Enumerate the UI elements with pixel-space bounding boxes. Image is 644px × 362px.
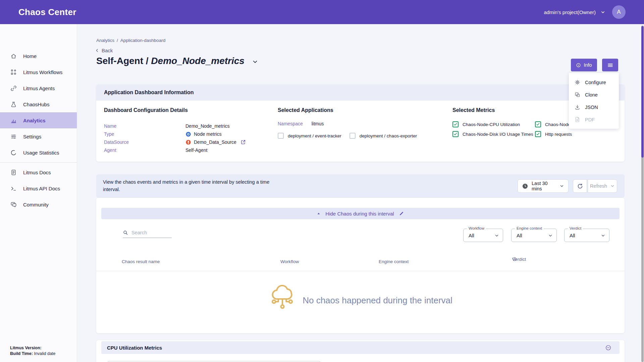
- verdict-filter[interactable]: Verdict All: [564, 229, 609, 242]
- time-interval-bar: View the chaos events and metrics in a g…: [96, 174, 625, 198]
- collapse-triangle-icon: [317, 212, 321, 216]
- dashboard-configuration-details: Dashboard Configuration Details Name Dem…: [104, 107, 273, 154]
- checkbox-unchecked: [350, 133, 356, 139]
- checkbox-checked: [452, 131, 459, 137]
- hide-chaos-toggle[interactable]: Hide Chaos during this interval: [101, 208, 620, 219]
- file-icon: [575, 117, 580, 122]
- selected-applications-title: Selected Applications: [278, 107, 439, 113]
- cpu-utilization-card: CPU Utilization Metrics: [96, 340, 625, 362]
- version-label: Litmus Version:: [10, 346, 42, 350]
- search-icon: [123, 230, 128, 235]
- dashboard-info-card: Application Dashboard Information Dashbo…: [96, 84, 625, 162]
- sidebar-item-litmus-agents[interactable]: Litmus Agents: [0, 80, 77, 96]
- clone-icon: [575, 92, 580, 98]
- search-box: [123, 230, 172, 238]
- sidebar-item-community[interactable]: Community: [0, 196, 77, 213]
- checkbox-unchecked: [278, 133, 284, 139]
- menu-item-clone[interactable]: Clone: [569, 88, 619, 101]
- app-title: Chaos Center: [18, 7, 76, 17]
- column-engine-context: Engine context: [379, 259, 409, 264]
- interval-description: View the chaos events and metrics in a g…: [103, 178, 286, 193]
- bar-chart-icon: [10, 117, 17, 124]
- info-button[interactable]: Info: [571, 59, 597, 71]
- sliders-icon: [10, 133, 17, 140]
- flask-icon: [10, 101, 17, 108]
- workflow-filter[interactable]: Workflow All: [463, 229, 503, 242]
- scrollbar-thumb[interactable]: [641, 26, 644, 158]
- pencil-icon[interactable]: [399, 211, 404, 216]
- clock-icon: [522, 183, 528, 189]
- breadcrumb-application-dashboard[interactable]: Application-dashboard: [120, 38, 165, 43]
- config-row-agent: Agent Self-Agent: [104, 146, 273, 154]
- collapse-minus-icon[interactable]: [605, 345, 611, 351]
- refresh-now-button[interactable]: [573, 179, 587, 193]
- sidebar-item-litmus-api-docs[interactable]: Litmus API Docs: [0, 180, 77, 196]
- breadcrumb-analytics[interactable]: Analytics: [96, 38, 114, 43]
- node-metrics-icon: [185, 131, 191, 137]
- hamburger-icon: [607, 62, 613, 68]
- build-time-label: Build Time:: [10, 351, 33, 356]
- checkbox-chaos-exporter[interactable]: deployment / chaos-exporter: [350, 133, 417, 139]
- back-button[interactable]: Back: [95, 48, 113, 53]
- sidebar-item-usage-statistics[interactable]: Usage Statistics: [0, 144, 77, 161]
- checkbox-checked: [535, 121, 541, 127]
- engine-context-filter[interactable]: Engine context All: [511, 229, 557, 242]
- prometheus-icon: [185, 139, 191, 145]
- chevron-down-icon: [559, 184, 564, 188]
- checkbox-disk-io-times[interactable]: Chaos-Node-Disk I/O Usage Times: [452, 131, 535, 137]
- sidebar-divider: [0, 162, 77, 163]
- cloud-circuit-icon: [268, 285, 297, 316]
- gear-icon: [575, 79, 580, 85]
- sidebar: Home Litmus Workflows Litmus Agents Chao…: [0, 24, 77, 362]
- checkbox-checked: [452, 121, 459, 127]
- chevron-left-icon: [95, 48, 100, 53]
- link-icon: [10, 85, 17, 92]
- external-link-icon[interactable]: [240, 139, 246, 145]
- sidebar-item-analytics[interactable]: Analytics: [0, 112, 77, 128]
- checkbox-cpu-utilization[interactable]: Chaos-Node-CPU Utilization: [452, 121, 535, 127]
- refresh-icon: [577, 183, 583, 189]
- sidebar-item-litmus-docs[interactable]: Litmus Docs: [0, 164, 77, 180]
- column-chaos-result-name: Chaos result name: [122, 259, 160, 264]
- sidebar-footer: Litmus Version: Build Time: Invalid date: [10, 345, 55, 357]
- info-circle-icon[interactable]: [512, 257, 517, 261]
- selected-applications: Selected Applications Namespace litmus d…: [278, 107, 439, 139]
- project-selector[interactable]: admin's project(Owner): [544, 9, 605, 15]
- avatar[interactable]: A: [612, 5, 626, 19]
- project-name: admin's project(Owner): [544, 9, 596, 15]
- chevron-down-icon: [548, 233, 553, 238]
- time-range-select[interactable]: Last 30 mins: [518, 179, 569, 193]
- chevron-down-icon: [601, 233, 605, 238]
- workflows-icon: [10, 69, 17, 75]
- topbar: Chaos Center admin's project(Owner) A: [0, 0, 644, 24]
- sidebar-item-litmus-workflows[interactable]: Litmus Workflows: [0, 64, 77, 80]
- terminal-icon: [10, 185, 17, 192]
- document-icon: [10, 169, 17, 176]
- config-details-title: Dashboard Configuration Details: [104, 107, 273, 113]
- title-agent: Self-Agent /: [96, 56, 149, 66]
- menu-item-pdf[interactable]: PDF: [569, 113, 619, 126]
- chevron-down-icon: [610, 184, 615, 188]
- checkbox-checked: [535, 131, 541, 137]
- chat-bubbles-icon: [10, 201, 17, 208]
- breadcrumb: Analytics / Application-dashboard: [96, 38, 165, 43]
- sidebar-item-settings[interactable]: Settings: [0, 128, 77, 144]
- refresh-interval-select[interactable]: Refresh: [588, 179, 617, 193]
- cpu-utilization-header: CPU Utilization Metrics: [101, 341, 620, 354]
- checkbox-event-tracker[interactable]: deployment / event-tracker: [278, 133, 341, 139]
- namespace-value: litmus: [312, 121, 324, 126]
- search-input[interactable]: [131, 230, 168, 235]
- config-row-type: Type Node metrics: [104, 130, 273, 138]
- breadcrumb-separator: /: [117, 38, 118, 43]
- chevron-down-icon: [600, 10, 605, 15]
- page-title: Self-Agent / Demo_Node_metrics: [96, 56, 258, 66]
- actions-menu-button[interactable]: [602, 59, 618, 71]
- sidebar-item-chaoshubs[interactable]: ChaosHubs: [0, 96, 77, 112]
- checkbox-http-requests[interactable]: Http requests: [535, 131, 620, 137]
- menu-item-configure[interactable]: Configure: [569, 76, 619, 88]
- menu-item-json[interactable]: JSON: [569, 101, 619, 113]
- title-chevron-down-icon[interactable]: [252, 59, 258, 65]
- home-icon: [10, 53, 17, 59]
- sidebar-item-home[interactable]: Home: [0, 48, 77, 64]
- dashboard-info-header: Application Dashboard Information: [96, 84, 625, 101]
